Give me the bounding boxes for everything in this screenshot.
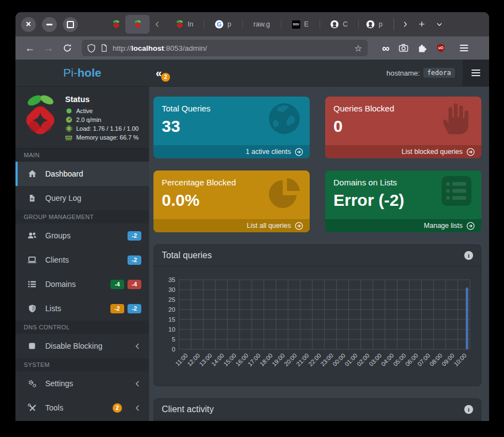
card-value: 0 bbox=[325, 113, 481, 136]
extensions-puzzle-icon[interactable] bbox=[417, 43, 427, 53]
svg-text:13:00: 13:00 bbox=[198, 352, 213, 367]
status-panel: Status Active 2.0 q/min Load: 1.76 / 1.1… bbox=[65, 93, 139, 142]
svg-text:15:00: 15:00 bbox=[222, 352, 237, 367]
card-value: 33 bbox=[153, 113, 310, 136]
reload-button[interactable] bbox=[60, 40, 75, 56]
arrow-circle-icon bbox=[466, 222, 475, 230]
sidebar-item-label: Lists bbox=[45, 304, 103, 313]
tab-github-2[interactable]: p bbox=[358, 15, 390, 34]
sidebar-item-settings[interactable]: Settings bbox=[15, 371, 149, 396]
svg-text:01:00: 01:00 bbox=[343, 352, 358, 367]
sidebar-item-groups[interactable]: Groups -2 bbox=[15, 223, 149, 248]
sidebar-item-query-log[interactable]: Query Log bbox=[15, 186, 149, 210]
new-tab-button[interactable]: + bbox=[413, 15, 431, 33]
extension-infinity-icon[interactable]: ∞ bbox=[382, 43, 390, 54]
status-text: Active bbox=[76, 106, 93, 115]
tab-google[interactable]: G p bbox=[204, 15, 242, 34]
tab-raw-githubusercontent[interactable]: raw.g bbox=[242, 15, 281, 34]
hostname-display: hostname: fedora bbox=[386, 68, 455, 78]
panel-header: Client activity i bbox=[154, 399, 481, 420]
card-footer-link[interactable]: List all queries bbox=[153, 219, 310, 232]
sidebar-section-dns-control: DNS CONTROL bbox=[15, 321, 149, 334]
svg-text:20:00: 20:00 bbox=[283, 352, 298, 367]
list-icon bbox=[26, 280, 38, 289]
url-path: :8053/admin/ bbox=[164, 44, 207, 52]
svg-text:16:00: 16:00 bbox=[234, 352, 249, 367]
tab-github-1[interactable]: C bbox=[320, 15, 358, 34]
sidebar-item-domains[interactable]: Domains -4 -4 bbox=[15, 272, 149, 296]
tools-icon bbox=[26, 403, 38, 412]
card-percentage-blocked[interactable]: Percentage Blocked 0.0% List all queries bbox=[153, 170, 310, 232]
total-queries-chart[interactable]: 0510152025303511:0012:0013:0014:0015:001… bbox=[160, 271, 475, 379]
svg-text:35: 35 bbox=[168, 276, 176, 283]
clients-count-badge: -2 bbox=[128, 255, 141, 265]
tab-scroll-left-button[interactable] bbox=[150, 15, 165, 34]
tab-pihole-login[interactable]: In bbox=[165, 15, 204, 34]
svg-text:0: 0 bbox=[172, 346, 175, 353]
tab-scroll-right-button[interactable] bbox=[397, 15, 413, 34]
info-icon[interactable]: i bbox=[464, 405, 473, 414]
page-info-icon[interactable] bbox=[100, 44, 108, 52]
window-close-button[interactable]: × bbox=[21, 17, 36, 32]
pihole-favicon-icon bbox=[176, 20, 184, 29]
svg-text:uO: uO bbox=[438, 46, 443, 50]
svg-text:08:00: 08:00 bbox=[428, 352, 443, 367]
svg-text:14:00: 14:00 bbox=[210, 352, 225, 367]
svg-text:5: 5 bbox=[172, 336, 175, 343]
window-minimize-button[interactable] bbox=[42, 17, 57, 32]
tab-pinned-pihole[interactable] bbox=[107, 15, 125, 34]
pihole-brand[interactable]: Pi-hole bbox=[15, 66, 149, 79]
chevron-down-icon bbox=[436, 20, 443, 28]
users-icon bbox=[26, 231, 38, 240]
url-text[interactable]: http://localhost:8053/admin/ bbox=[113, 44, 349, 52]
control-sidebar-toggle[interactable] bbox=[463, 60, 489, 86]
tab-list-button[interactable] bbox=[431, 15, 448, 33]
arrow-circle-icon bbox=[466, 148, 475, 156]
back-button[interactable]: ← bbox=[22, 40, 38, 56]
card-footer-link[interactable]: Manage lists bbox=[325, 219, 481, 232]
sidebar-item-disable-blocking[interactable]: Disable Blocking bbox=[15, 334, 149, 358]
card-footer-label: List blocked queries bbox=[402, 148, 463, 156]
forward-button[interactable]: → bbox=[41, 40, 56, 56]
svg-text:00:00: 00:00 bbox=[331, 352, 346, 367]
status-dot-icon bbox=[65, 108, 72, 114]
svg-text:07:00: 07:00 bbox=[416, 352, 431, 367]
info-icon[interactable]: i bbox=[464, 251, 473, 260]
svg-text:18:00: 18:00 bbox=[258, 352, 273, 367]
update-count-badge: 2 bbox=[161, 73, 170, 82]
sidebar-item-clients[interactable]: Clients -2 bbox=[15, 248, 149, 272]
status-text: Load: 1.76 / 1.16 / 1.00 bbox=[76, 124, 139, 133]
tab-title: C bbox=[343, 20, 348, 28]
groups-count-badge: -2 bbox=[128, 231, 141, 241]
status-row-rate: 2.0 q/min bbox=[65, 115, 139, 124]
window-controls: × bbox=[21, 17, 78, 32]
screenshot-camera-icon[interactable] bbox=[399, 43, 408, 53]
card-queries-blocked[interactable]: Queries Blocked 0 List blocked queries bbox=[325, 97, 481, 158]
sidebar-collapse-toggle[interactable]: « 2 bbox=[156, 67, 172, 79]
window-maximize-button[interactable] bbox=[63, 17, 78, 32]
card-title: Domains on Lists bbox=[325, 170, 481, 187]
ublock-origin-icon[interactable]: uO bbox=[436, 43, 445, 53]
sidebar-item-tools[interactable]: Tools 2 bbox=[15, 396, 149, 420]
card-footer-label: List all queries bbox=[247, 222, 291, 230]
bookmark-star-icon[interactable]: ☆ bbox=[354, 43, 362, 54]
sidebar-item-lists[interactable]: Lists -2 -2 bbox=[15, 296, 149, 321]
browser-window: × In G p raw.g bbox=[15, 12, 489, 421]
close-icon: × bbox=[26, 20, 31, 29]
url-bar[interactable]: http://localhost:8053/admin/ ☆ bbox=[82, 40, 368, 56]
sidebar-item-dashboard[interactable]: Dashboard bbox=[15, 162, 149, 186]
svg-text:17:00: 17:00 bbox=[246, 352, 261, 367]
panel-title: Total queries bbox=[162, 251, 464, 260]
sidebar-item-label: Settings bbox=[45, 379, 126, 388]
tab-active-pihole[interactable] bbox=[125, 15, 150, 34]
hamburger-icon bbox=[460, 45, 468, 51]
card-footer-link[interactable]: List blocked queries bbox=[325, 145, 481, 158]
card-domains-on-lists[interactable]: Domains on Lists Error (-2) Manage lists bbox=[325, 170, 481, 232]
card-total-queries[interactable]: Total Queries 33 1 active clients bbox=[153, 97, 310, 158]
card-footer-link[interactable]: 1 active clients bbox=[153, 145, 310, 158]
tab-docker-docs[interactable]: DOU E bbox=[281, 15, 320, 34]
sidebar-item-label: Clients bbox=[45, 255, 120, 264]
svg-text:03:00: 03:00 bbox=[368, 352, 383, 367]
browser-menu-button[interactable] bbox=[457, 40, 472, 56]
desktop-background: × In G p raw.g bbox=[0, 0, 504, 437]
